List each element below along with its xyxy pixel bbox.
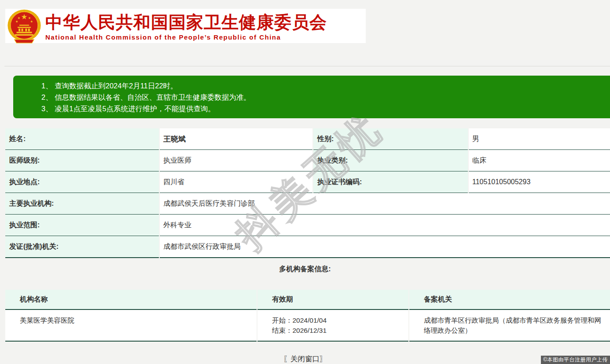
- col-header-org-name: 机构名称: [5, 290, 257, 310]
- site-title-en: National Health Commission of the People…: [45, 33, 327, 41]
- close-window-link[interactable]: 〖关闭窗口〗: [0, 354, 610, 364]
- upload-note-badge: ©本图由平台注册用户上传: [541, 356, 610, 364]
- table-row: 发证(批准)机关: 成都市武侯区行政审批局: [5, 236, 610, 258]
- primary-institution-value: 成都武侯天后医疗美容门诊部: [160, 193, 610, 215]
- notice-line-2: 2、 信息数据结果以各省、自治区、直辖市卫生健康委数据为准。: [41, 91, 606, 103]
- name-value: 王晓斌: [160, 128, 312, 150]
- practice-scope-label: 执业范围:: [5, 215, 159, 236]
- table-row: 姓名: 王晓斌 性别: 男: [5, 128, 610, 150]
- col-header-filing-authority: 备案机关: [409, 290, 610, 310]
- multi-org-section-title: 多机构备案信息:: [0, 265, 610, 274]
- site-title-cn: 中华人民共和国国家卫生健康委员会: [45, 13, 327, 32]
- practice-location-value: 四川省: [160, 171, 312, 193]
- org-name-cell: 美莱医学美容医院: [5, 310, 257, 342]
- practice-location-label: 执业地点:: [5, 171, 159, 193]
- practice-scope-value: 外科专业: [160, 215, 610, 236]
- header-divider: [4, 66, 610, 66]
- site-header: 中华人民共和国国家卫生健康委员会 National Health Commiss…: [5, 9, 366, 43]
- name-label: 姓名:: [5, 128, 159, 150]
- doctor-info-table: 姓名: 王晓斌 性别: 男 医师级别: 执业医师 执业类别: 临床 执业地点: …: [5, 128, 610, 258]
- national-emblem-icon: [7, 9, 42, 44]
- doctor-level-value: 执业医师: [160, 150, 312, 171]
- valid-end: 结束：2026/12/31: [272, 325, 403, 335]
- certificate-number-label: 执业证书编码:: [313, 171, 468, 193]
- certificate-number-value: 110510105005293: [469, 171, 610, 193]
- notice-banner: 1、 查询数据截止到2024年2月11日22时。 2、 信息数据结果以各省、自治…: [13, 76, 610, 118]
- practice-type-value: 临床: [469, 150, 610, 171]
- practice-type-label: 执业类别:: [313, 150, 468, 171]
- gender-value: 男: [469, 128, 610, 150]
- filing-authority-cell: 成都市青羊区行政审批局（成都市青羊区政务服务管理和网络理政办公室）: [409, 310, 610, 342]
- col-header-valid-period: 有效期: [257, 290, 408, 310]
- table-row: 主要执业机构: 成都武侯天后医疗美容门诊部: [5, 193, 610, 215]
- notice-line-3: 3、 凌晨1点至凌晨5点系统进行维护，不能提供查询。: [41, 103, 606, 114]
- doctor-level-label: 医师级别:: [5, 150, 159, 171]
- valid-period-cell: 开始：2024/01/04 结束：2026/12/31: [257, 310, 408, 342]
- notice-line-1: 1、 查询数据截止到2024年2月11日22时。: [41, 80, 606, 91]
- gender-label: 性别:: [313, 128, 468, 150]
- table-row: 医师级别: 执业医师 执业类别: 临床: [5, 150, 610, 171]
- table-row: 执业范围: 外科专业: [5, 215, 610, 236]
- issuing-authority-label: 发证(批准)机关:: [5, 236, 159, 258]
- multi-org-table: 机构名称 有效期 备案机关 美莱医学美容医院 开始：2024/01/04 结束：…: [5, 290, 610, 342]
- table-row: 美莱医学美容医院 开始：2024/01/04 结束：2026/12/31 成都市…: [5, 310, 610, 342]
- table-header-row: 机构名称 有效期 备案机关: [5, 290, 610, 310]
- table-row: 执业地点: 四川省 执业证书编码: 110510105005293: [5, 171, 610, 193]
- valid-start: 开始：2024/01/04: [272, 315, 403, 325]
- issuing-authority-value: 成都市武侯区行政审批局: [160, 236, 610, 258]
- primary-institution-label: 主要执业机构:: [5, 193, 159, 215]
